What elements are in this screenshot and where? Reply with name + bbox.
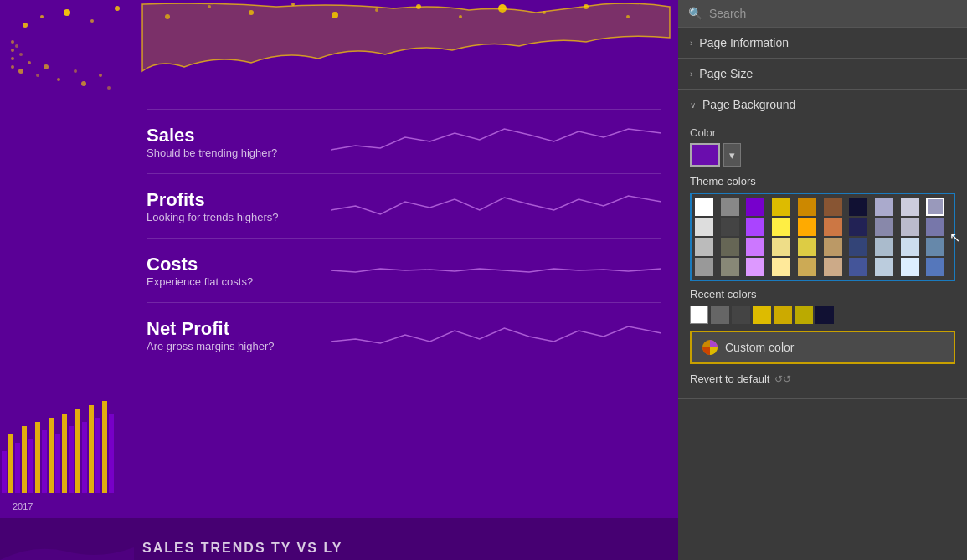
- recent-color-cell[interactable]: [690, 306, 708, 324]
- recent-color-cell[interactable]: [732, 306, 750, 324]
- recent-color-cell[interactable]: [774, 306, 792, 324]
- chart-label-costs: Costs Experience flat costs?: [147, 254, 331, 288]
- revert-button[interactable]: Revert to default ↺↺: [690, 367, 955, 390]
- svg-point-20: [11, 65, 14, 69]
- pie-icon: [702, 339, 718, 356]
- search-input[interactable]: [709, 7, 957, 20]
- theme-color-grid-wrapper: ↖: [690, 193, 955, 281]
- page-size-section: › Page Size: [678, 59, 967, 90]
- color-cell[interactable]: [772, 218, 790, 236]
- color-cell[interactable]: [901, 198, 919, 216]
- dashboard-panel: Sales Should be trending higher? Profits…: [0, 0, 678, 560]
- color-cell[interactable]: [772, 258, 790, 276]
- color-cell[interactable]: [926, 198, 944, 216]
- svg-rect-48: [109, 414, 114, 493]
- color-cell[interactable]: [901, 238, 919, 256]
- svg-point-25: [36, 74, 39, 77]
- chart-rows: Sales Should be trending higher? Profits…: [0, 100, 678, 375]
- right-panel: 🔍 › Page Information › Page Size ∨ Page …: [678, 0, 967, 560]
- svg-rect-38: [42, 430, 47, 493]
- color-swatch[interactable]: [690, 143, 720, 167]
- color-cell[interactable]: [824, 198, 842, 216]
- svg-point-0: [23, 23, 28, 28]
- color-cell[interactable]: [798, 258, 816, 276]
- recent-color-cell[interactable]: [711, 306, 729, 324]
- cursor-indicator: ↖: [949, 229, 960, 245]
- color-cell[interactable]: [772, 198, 790, 216]
- color-cell[interactable]: [875, 198, 893, 216]
- svg-rect-41: [62, 414, 67, 493]
- page-size-chevron: ›: [690, 69, 692, 79]
- color-cell[interactable]: [721, 238, 739, 256]
- color-cell[interactable]: [746, 198, 764, 216]
- color-cell[interactable]: [746, 218, 764, 236]
- page-background-content: Color ▾ Theme colors: [678, 126, 967, 398]
- chart-label-netprofit: Net Profit Are gross margins higher?: [147, 318, 331, 352]
- svg-point-22: [19, 53, 23, 56]
- color-cell[interactable]: [798, 218, 816, 236]
- svg-point-29: [81, 81, 86, 86]
- page-background-header[interactable]: ∨ Page Background: [678, 90, 967, 120]
- color-cell[interactable]: [849, 218, 867, 236]
- color-dropdown-button[interactable]: ▾: [723, 143, 741, 167]
- page-information-header[interactable]: › Page Information: [678, 28, 967, 58]
- color-cell[interactable]: [695, 258, 713, 276]
- svg-rect-36: [28, 439, 33, 493]
- color-cell[interactable]: [926, 218, 944, 236]
- color-cell[interactable]: [721, 218, 739, 236]
- svg-point-30: [99, 74, 102, 77]
- svg-point-31: [107, 86, 111, 90]
- color-cell[interactable]: [824, 238, 842, 256]
- chart-line-profits: [331, 181, 661, 231]
- chart-line-netprofit: [331, 310, 661, 360]
- custom-color-button[interactable]: Custom color: [690, 331, 955, 364]
- svg-point-17: [11, 40, 14, 44]
- svg-rect-44: [82, 422, 87, 493]
- color-cell[interactable]: [901, 218, 919, 236]
- color-cell[interactable]: [695, 198, 713, 216]
- color-cell[interactable]: [721, 258, 739, 276]
- bottom-title: SALES TRENDS TY VS LY: [142, 541, 342, 556]
- chart-row-netprofit: Net Profit Are gross margins higher?: [147, 302, 661, 367]
- svg-rect-40: [55, 434, 60, 493]
- svg-point-26: [44, 64, 49, 69]
- color-cell[interactable]: [849, 258, 867, 276]
- svg-rect-46: [95, 418, 100, 493]
- recent-color-cell[interactable]: [795, 306, 813, 324]
- chart-row-profits: Profits Looking for trends highers?: [147, 173, 661, 238]
- svg-point-1: [40, 15, 44, 18]
- svg-point-2: [64, 9, 70, 16]
- color-cell[interactable]: [721, 198, 739, 216]
- color-cell[interactable]: [926, 238, 944, 256]
- bar-chart: [0, 384, 121, 493]
- color-cell[interactable]: [746, 258, 764, 276]
- custom-color-label: Custom color: [725, 341, 794, 354]
- page-background-chevron: ∨: [690, 100, 696, 110]
- color-cell[interactable]: [772, 238, 790, 256]
- color-cell[interactable]: [695, 218, 713, 236]
- color-cell[interactable]: [746, 238, 764, 256]
- color-label: Color: [690, 126, 955, 139]
- recent-color-cell[interactable]: [815, 306, 834, 324]
- color-cell[interactable]: [824, 258, 842, 276]
- color-cell[interactable]: [926, 258, 944, 276]
- svg-rect-33: [8, 434, 13, 493]
- page-size-header[interactable]: › Page Size: [678, 59, 967, 89]
- color-cell[interactable]: [798, 238, 816, 256]
- color-cell[interactable]: [875, 258, 893, 276]
- recent-color-cell[interactable]: [753, 306, 771, 324]
- svg-rect-43: [75, 409, 80, 493]
- svg-rect-47: [102, 401, 107, 493]
- color-cell[interactable]: [824, 218, 842, 236]
- page-information-label: Page Information: [699, 36, 789, 49]
- color-cell[interactable]: [875, 238, 893, 256]
- color-cell[interactable]: [695, 238, 713, 256]
- color-cell[interactable]: [901, 258, 919, 276]
- color-picker-row: ▾: [690, 143, 955, 167]
- color-cell[interactable]: [798, 198, 816, 216]
- color-cell[interactable]: [875, 218, 893, 236]
- page-information-chevron: ›: [690, 39, 692, 48]
- svg-rect-34: [15, 443, 20, 493]
- color-cell[interactable]: [849, 198, 867, 216]
- color-cell[interactable]: [849, 238, 867, 256]
